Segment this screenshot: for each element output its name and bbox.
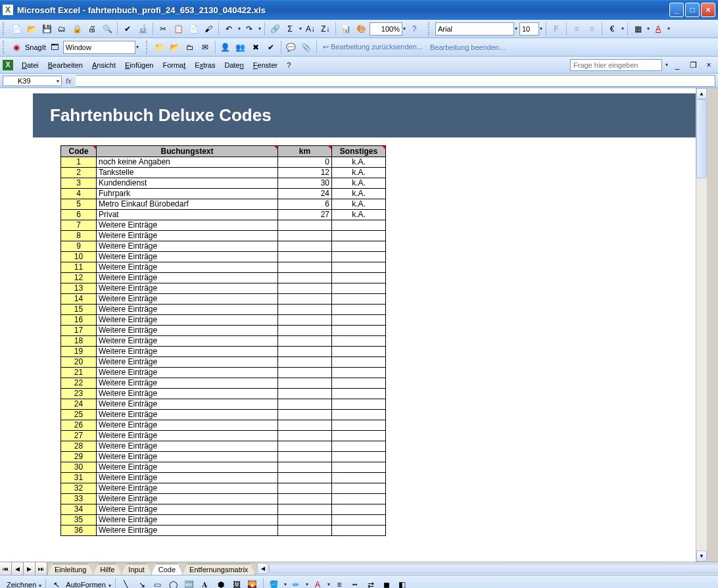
sheet-tab-entfernungsmatrix[interactable]: Entfernungsmatrix (182, 564, 255, 575)
cell-km[interactable] (278, 452, 332, 462)
cell-other[interactable] (332, 220, 386, 231)
cell-text[interactable]: Tankstelle (97, 168, 278, 178)
format-painter-icon[interactable]: 🖌 (202, 22, 215, 36)
cell-code[interactable]: 19 (61, 347, 97, 357)
cell-code[interactable]: 2 (61, 168, 97, 178)
cell-other[interactable] (332, 368, 386, 378)
cell-other[interactable] (332, 273, 386, 283)
draw-menu[interactable]: Zeichnen ▾ (7, 581, 41, 589)
table-row[interactable]: 1noch keine Angaben0k.A. (61, 157, 386, 168)
new-icon[interactable]: 📄 (10, 22, 23, 36)
worksheet-area[interactable]: Fahrtenbuch Deluxe Codes Code Buchungste… (0, 88, 718, 562)
cell-text[interactable]: Weitere Einträge (97, 273, 278, 283)
cell-code[interactable]: 16 (61, 315, 97, 326)
cell-other[interactable] (332, 389, 386, 399)
table-row[interactable]: 15Weitere Einträge (61, 305, 386, 315)
fill-color-icon[interactable]: 🪣 (268, 578, 281, 589)
cell-code[interactable]: 31 (61, 473, 97, 483)
minimize-button[interactable]: _ (669, 3, 684, 17)
table-row[interactable]: 21Weitere Einträge (61, 368, 386, 378)
rev-open-icon[interactable]: 📂 (168, 41, 181, 54)
table-row[interactable]: 12Weitere Einträge (61, 273, 386, 283)
cell-text[interactable]: Weitere Einträge (97, 420, 278, 431)
table-row[interactable]: 24Weitere Einträge (61, 399, 386, 410)
cell-code[interactable]: 24 (61, 399, 97, 410)
cell-code[interactable]: 1 (61, 157, 97, 168)
cell-km[interactable] (278, 431, 332, 441)
cell-km[interactable] (278, 389, 332, 399)
cell-other[interactable]: k.A. (332, 178, 386, 189)
tab-next-button[interactable]: ▶ (24, 562, 36, 575)
cell-text[interactable]: Weitere Einträge (97, 462, 278, 473)
cell-text[interactable]: Weitere Einträge (97, 441, 278, 452)
table-row[interactable]: 13Weitere Einträge (61, 283, 386, 294)
cell-km[interactable] (278, 368, 332, 378)
cell-text[interactable]: Weitere Einträge (97, 494, 278, 504)
cell-code[interactable]: 34 (61, 504, 97, 515)
oval-icon[interactable]: ◯ (167, 578, 180, 589)
cell-km[interactable] (278, 315, 332, 326)
cell-km[interactable]: 27 (278, 210, 332, 220)
open-icon[interactable]: 📂 (25, 22, 38, 36)
cell-code[interactable]: 28 (61, 441, 97, 452)
cell-km[interactable] (278, 336, 332, 347)
cell-code[interactable]: 8 (61, 231, 97, 241)
rev-attach-icon[interactable]: 📎 (300, 41, 313, 54)
tab-first-button[interactable]: ⏮ (0, 562, 12, 575)
toolbar-grip[interactable] (3, 41, 7, 54)
cell-text[interactable]: Weitere Einträge (97, 252, 278, 262)
cell-text[interactable]: Weitere Einträge (97, 399, 278, 410)
cell-other[interactable] (332, 410, 386, 420)
cell-text[interactable]: Weitere Einträge (97, 368, 278, 378)
table-row[interactable]: 32Weitere Einträge (61, 483, 386, 494)
print-icon[interactable]: 🖨 (85, 22, 99, 36)
menu-help[interactable]: ? (282, 59, 295, 71)
toolbar-grip[interactable] (428, 22, 432, 36)
sheet-tab-code[interactable]: Code (151, 564, 183, 575)
table-row[interactable]: 36Weitere Einträge (61, 526, 386, 536)
cell-other[interactable] (332, 431, 386, 441)
scroll-down-button[interactable]: ▼ (696, 551, 707, 562)
cell-km[interactable] (278, 526, 332, 536)
cell-code[interactable]: 20 (61, 357, 97, 368)
cell-text[interactable]: Weitere Einträge (97, 483, 278, 494)
font-combo[interactable] (435, 22, 514, 36)
help-icon[interactable]: ? (408, 22, 421, 36)
review-send-back-button[interactable]: ↩ Bearbeitung zurücksenden... (320, 43, 425, 51)
cell-text[interactable]: Privat (97, 210, 278, 220)
menu-format[interactable]: FormatFormat (158, 59, 190, 71)
clipart-icon[interactable]: 🖼 (230, 578, 243, 589)
arrow-icon[interactable]: ↘ (135, 578, 149, 589)
cell-code[interactable]: 21 (61, 368, 97, 378)
cell-code[interactable]: 13 (61, 283, 97, 294)
font-color-icon[interactable]: A (311, 578, 324, 589)
menu-daten[interactable]: DatenDaten (220, 59, 248, 71)
cell-other[interactable] (332, 283, 386, 294)
textbox-icon[interactable]: 🔤 (183, 578, 196, 589)
align-left-icon[interactable]: ≡ (570, 22, 583, 36)
cell-code[interactable]: 5 (61, 199, 97, 210)
font-size-combo[interactable] (519, 22, 539, 36)
fx-icon[interactable]: fx (66, 77, 72, 85)
table-row[interactable]: 34Weitere Einträge (61, 504, 386, 515)
cell-other[interactable]: k.A. (332, 157, 386, 168)
snagit-icon[interactable]: ◉ (10, 41, 23, 54)
cell-other[interactable] (332, 262, 386, 273)
cell-km[interactable]: 30 (278, 178, 332, 189)
cell-km[interactable] (278, 399, 332, 410)
cell-km[interactable] (278, 220, 332, 231)
cell-km[interactable] (278, 357, 332, 368)
cell-km[interactable] (278, 262, 332, 273)
cell-code[interactable]: 11 (61, 262, 97, 273)
cell-km[interactable] (278, 410, 332, 420)
cell-other[interactable] (332, 399, 386, 410)
scroll-thumb[interactable] (696, 99, 707, 178)
cell-code[interactable]: 36 (61, 526, 97, 536)
cell-code[interactable]: 18 (61, 336, 97, 347)
snagit-capture-icon[interactable]: 🗔 (48, 41, 61, 54)
redo-icon[interactable]: ↷ (243, 22, 256, 36)
cell-code[interactable]: 17 (61, 326, 97, 336)
rev-comment-icon[interactable]: 💬 (285, 41, 298, 54)
menu-fenster[interactable]: FensterFenster (249, 59, 282, 71)
line-color-icon[interactable]: ✏ (289, 578, 302, 589)
